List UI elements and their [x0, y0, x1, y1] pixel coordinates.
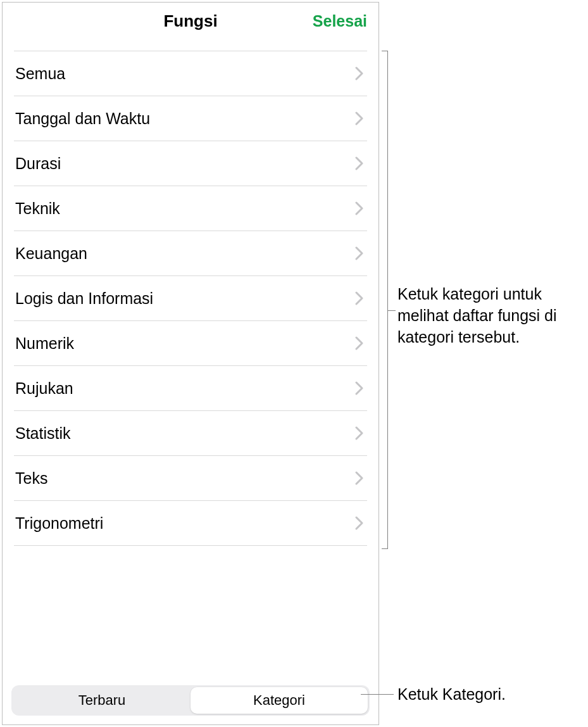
chevron-right-icon — [355, 381, 363, 395]
category-label: Keuangan — [15, 244, 87, 263]
chevron-right-icon — [355, 111, 363, 125]
chevron-right-icon — [355, 246, 363, 260]
category-row[interactable]: Keuangan — [14, 231, 367, 276]
chevron-right-icon — [355, 516, 363, 530]
category-row[interactable]: Teknik — [14, 186, 367, 231]
callout-leader-segment — [361, 694, 394, 695]
category-label: Logis dan Informasi — [15, 289, 153, 308]
category-label: Trigonometri — [15, 514, 103, 533]
functions-panel: Fungsi Selesai SemuaTanggal dan WaktuDur… — [2, 2, 379, 725]
category-label: Statistik — [15, 424, 71, 443]
segment-recent[interactable]: Terbaru — [13, 687, 191, 714]
category-label: Teknik — [15, 199, 60, 218]
panel-title: Fungsi — [163, 11, 217, 31]
done-button[interactable]: Selesai — [313, 12, 367, 30]
segmented-control[interactable]: Terbaru Kategori — [11, 685, 370, 716]
category-row[interactable]: Durasi — [14, 141, 367, 186]
category-label: Semua — [15, 65, 65, 83]
callout-list: Ketuk kategori untuk melihat daftar fung… — [397, 284, 581, 348]
category-row[interactable]: Numerik — [14, 321, 367, 366]
callout-bracket — [382, 51, 392, 549]
chevron-right-icon — [355, 336, 363, 350]
chevron-right-icon — [355, 291, 363, 305]
chevron-right-icon — [355, 426, 363, 440]
panel-header: Fungsi Selesai — [3, 3, 378, 39]
category-label: Rujukan — [15, 379, 73, 398]
chevron-right-icon — [355, 66, 363, 80]
category-list-container: SemuaTanggal dan WaktuDurasiTeknikKeuang… — [3, 39, 378, 685]
category-row[interactable]: Logis dan Informasi — [14, 276, 367, 321]
category-label: Numerik — [15, 334, 74, 353]
chevron-right-icon — [355, 201, 363, 215]
category-label: Teks — [15, 469, 47, 488]
chevron-right-icon — [355, 156, 363, 170]
category-list: SemuaTanggal dan WaktuDurasiTeknikKeuang… — [14, 51, 367, 546]
category-row[interactable]: Trigonometri — [14, 501, 367, 546]
category-row[interactable]: Tanggal dan Waktu — [14, 96, 367, 141]
category-row[interactable]: Teks — [14, 456, 367, 501]
segment-category[interactable]: Kategori — [191, 687, 368, 714]
category-row[interactable]: Statistik — [14, 411, 367, 456]
category-label: Tanggal dan Waktu — [15, 110, 150, 128]
category-label: Durasi — [15, 155, 61, 173]
callout-segment: Ketuk Kategori. — [397, 684, 506, 705]
category-row[interactable]: Rujukan — [14, 366, 367, 411]
category-row[interactable]: Semua — [14, 51, 367, 96]
chevron-right-icon — [355, 471, 363, 485]
